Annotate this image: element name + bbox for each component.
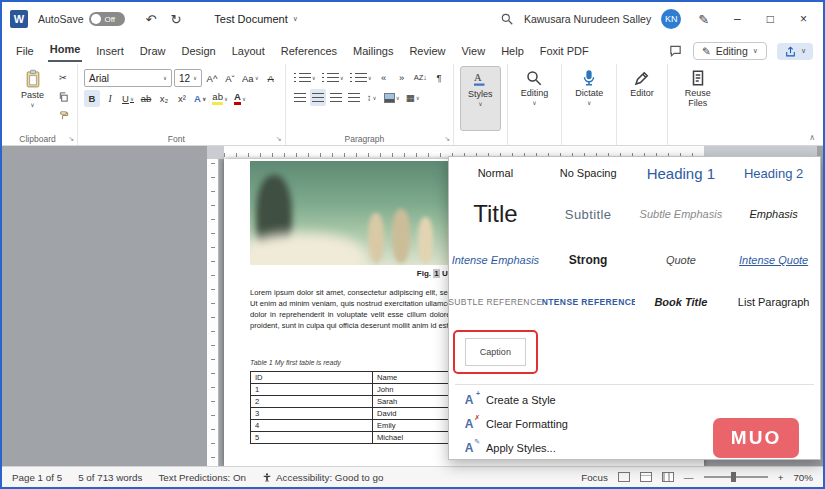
- redo-button[interactable]: ↻: [170, 12, 181, 27]
- copy-button[interactable]: [55, 88, 71, 105]
- autosave-toggle[interactable]: Off: [89, 12, 125, 26]
- zoom-in-button[interactable]: +: [778, 472, 784, 483]
- zoom-level[interactable]: 70%: [793, 472, 813, 483]
- increase-indent-button[interactable]: »: [394, 69, 410, 86]
- font-color-button[interactable]: A∨: [232, 90, 248, 107]
- editing-button[interactable]: Editing ∨: [514, 66, 556, 131]
- read-mode-icon[interactable]: [618, 472, 630, 482]
- subscript-button[interactable]: x₂: [156, 90, 172, 107]
- vertical-ruler[interactable]: [207, 159, 219, 466]
- underline-button[interactable]: U∨: [120, 90, 136, 107]
- style-option-subtle-reference[interactable]: Subtle Reference: [449, 281, 542, 323]
- accessibility-status[interactable]: Accessibility: Good to go: [262, 472, 383, 483]
- zoom-out-button[interactable]: —: [684, 472, 694, 483]
- style-option-intense-emphasis[interactable]: Intense Emphasis: [449, 239, 542, 281]
- shrink-font-button[interactable]: Aˇ: [222, 70, 238, 87]
- bold-button[interactable]: B: [84, 90, 100, 107]
- word-count[interactable]: 5 of 713 words: [78, 472, 142, 483]
- font-dialog-launcher[interactable]: ↘: [276, 135, 282, 143]
- document-title[interactable]: Test Document ∨: [214, 13, 298, 25]
- text-effects-button[interactable]: A∨: [192, 90, 208, 107]
- decrease-indent-button[interactable]: «: [376, 69, 392, 86]
- paste-button[interactable]: Paste ∨: [14, 66, 51, 131]
- style-option-heading-2[interactable]: Heading 2: [727, 157, 820, 189]
- clipboard-dialog-launcher[interactable]: ↘: [68, 135, 74, 143]
- shading-button[interactable]: ∨: [382, 89, 402, 106]
- tab-draw[interactable]: Draw: [138, 41, 168, 62]
- tab-layout[interactable]: Layout: [230, 41, 267, 62]
- align-right-button[interactable]: [328, 89, 344, 106]
- font-name-combobox[interactable]: Arial ∨: [84, 69, 172, 87]
- style-option-emphasis[interactable]: Emphasis: [727, 189, 820, 239]
- italic-button[interactable]: I: [102, 90, 118, 107]
- style-option-strong[interactable]: Strong: [542, 239, 635, 281]
- tab-mailings[interactable]: Mailings: [351, 41, 395, 62]
- focus-mode-button[interactable]: Focus: [581, 472, 608, 483]
- superscript-button[interactable]: x²: [174, 90, 190, 107]
- align-left-button[interactable]: [292, 89, 308, 106]
- user-name[interactable]: Kawusara Nurudeen Salley: [524, 13, 651, 25]
- style-option-book-title[interactable]: Book Title: [635, 281, 728, 323]
- style-option-normal[interactable]: Normal: [449, 157, 542, 189]
- ink-pen-icon[interactable]: ✎: [698, 12, 709, 27]
- strikethrough-button[interactable]: ab: [138, 90, 154, 107]
- tab-home[interactable]: Home: [48, 39, 83, 62]
- clear-formatting-button[interactable]: A: [263, 70, 279, 87]
- share-button[interactable]: ∨: [777, 43, 813, 60]
- close-button[interactable]: ×: [792, 12, 815, 26]
- editing-mode-dropdown[interactable]: ✎ Editing ∨: [693, 42, 767, 60]
- styles-button[interactable]: A Styles ∨: [460, 66, 501, 131]
- font-size-combobox[interactable]: 12 ∨: [174, 69, 202, 87]
- tab-references[interactable]: References: [279, 41, 339, 62]
- style-option-title[interactable]: Title: [449, 189, 542, 239]
- tab-foxit-pdf[interactable]: Foxit PDF: [538, 41, 591, 62]
- avatar[interactable]: KN: [661, 9, 681, 29]
- style-option-no-spacing[interactable]: No Spacing: [542, 157, 635, 189]
- line-spacing-button[interactable]: ↕∨: [364, 89, 380, 106]
- style-option-heading-1[interactable]: Heading 1: [635, 157, 728, 189]
- tab-help[interactable]: Help: [499, 41, 526, 62]
- change-case-button[interactable]: Aa∨: [240, 70, 261, 87]
- word-logo-icon[interactable]: W: [10, 10, 28, 28]
- style-option-caption[interactable]: Caption: [465, 338, 526, 366]
- undo-button[interactable]: ↶: [146, 12, 157, 27]
- editor-button[interactable]: Editor: [623, 66, 661, 131]
- zoom-slider-thumb[interactable]: [731, 472, 736, 482]
- format-painter-button[interactable]: [55, 107, 71, 124]
- zoom-slider[interactable]: [704, 476, 768, 478]
- tab-view[interactable]: View: [459, 41, 487, 62]
- tab-insert[interactable]: Insert: [94, 41, 126, 62]
- tab-design[interactable]: Design: [179, 41, 217, 62]
- style-option-subtitle[interactable]: Subtitle: [542, 189, 635, 239]
- collapse-ribbon-button[interactable]: ∧: [809, 133, 815, 142]
- style-option-list-paragraph[interactable]: List Paragraph: [727, 281, 820, 323]
- tab-review[interactable]: Review: [407, 41, 447, 62]
- numbering-button[interactable]: ∨: [320, 69, 346, 86]
- paragraph-dialog-launcher[interactable]: ↘: [444, 135, 450, 143]
- justify-button[interactable]: [346, 89, 362, 106]
- style-option-intense-reference[interactable]: Intense Reference: [542, 281, 635, 323]
- create-style-button[interactable]: A+ Create a Style: [449, 388, 820, 412]
- bullets-button[interactable]: ∨: [292, 69, 318, 86]
- grow-font-button[interactable]: A^: [204, 70, 220, 87]
- comments-icon[interactable]: [668, 44, 683, 58]
- tab-file[interactable]: File: [14, 41, 36, 62]
- cut-button[interactable]: ✂: [55, 69, 71, 86]
- text-predictions-toggle[interactable]: Text Predictions: On: [158, 472, 246, 483]
- sort-button[interactable]: AZ↓: [412, 69, 429, 86]
- maximize-button[interactable]: □: [759, 12, 782, 26]
- web-layout-icon[interactable]: [662, 472, 674, 482]
- reuse-files-button[interactable]: Reuse Files: [674, 66, 722, 131]
- dictate-button[interactable]: Dictate ∨: [568, 66, 610, 131]
- align-center-button[interactable]: [310, 89, 326, 106]
- multilevel-list-button[interactable]: ∨: [348, 69, 374, 86]
- page-indicator[interactable]: Page 1 of 5: [12, 472, 62, 483]
- style-option-subtle-emphasis[interactable]: Subtle Emphasis: [635, 189, 728, 239]
- borders-button[interactable]: ▦∨: [404, 89, 422, 106]
- search-icon[interactable]: [500, 12, 514, 26]
- style-option-quote[interactable]: Quote: [635, 239, 728, 281]
- style-option-intense-quote[interactable]: Intense Quote: [727, 239, 820, 281]
- show-hide-marks-button[interactable]: ¶: [431, 69, 447, 86]
- highlight-button[interactable]: ab∨: [210, 90, 230, 107]
- minimize-button[interactable]: –: [726, 12, 749, 26]
